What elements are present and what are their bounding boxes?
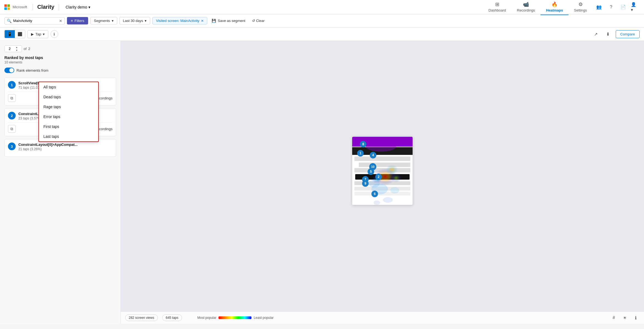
save-icon: 💾 — [212, 19, 216, 23]
dropdown-error-taps[interactable]: Error taps — [39, 112, 98, 122]
tab-heatmaps[interactable]: 🔥 Heatmaps — [541, 0, 569, 15]
search-input[interactable] — [13, 19, 57, 23]
page-number-input[interactable] — [5, 46, 15, 52]
toolbar: 📱 ⬛ ▶ Tap ▾ ℹ ↗ ⬇ Compare — [0, 27, 644, 41]
hm-badge-1: 1 — [357, 150, 364, 157]
compare-button[interactable]: Compare — [616, 30, 640, 38]
play-icon: ▶ — [31, 32, 34, 36]
info-icon-btn[interactable]: ℹ — [632, 314, 640, 322]
main-layout: ▲ ▼ of 2 Ranked by most taps 10 elements… — [0, 41, 644, 324]
right-panel: 8 1 4 10 5 2 7 9 6 282 screen views 645 … — [121, 41, 644, 324]
segments-chevron-icon: ▾ — [112, 19, 114, 23]
hm-badge-4: 4 — [370, 152, 376, 158]
tablet-view-button[interactable]: ⬛ — [15, 30, 25, 38]
copy-button-1[interactable]: ⧉ — [8, 94, 16, 102]
hm-badge-2: 2 — [375, 174, 382, 180]
page-input-box: ▲ ▼ — [4, 45, 22, 52]
download-button[interactable]: ⬇ — [604, 30, 612, 38]
app-brand: Clarity — [37, 4, 54, 10]
nav-right: 👥 ? 📄 👤 ▾ — [595, 3, 640, 12]
dashboard-icon: ⊞ — [495, 1, 499, 7]
heatmap-area: 8 1 4 10 5 2 7 9 6 — [121, 41, 644, 311]
account-icon-btn[interactable]: 👤 ▾ — [631, 3, 640, 12]
search-box: 🔍 ✕ — [4, 17, 65, 24]
docs-icon-btn[interactable]: 📄 — [619, 3, 628, 12]
dropdown-all-taps[interactable]: All taps — [39, 82, 98, 92]
filter-bar: 🔍 ✕ ≡ Filters Segments ▾ Last 30 days ▾ … — [0, 14, 644, 27]
hm-badge-9: 9 — [362, 180, 369, 187]
project-name: Clarity demo — [66, 5, 87, 9]
tap-dropdown-menu: All taps Dead taps Rage taps Error taps … — [38, 82, 99, 142]
page-selector: ▲ ▼ of 2 — [4, 45, 116, 52]
dashboard-label: Dashboard — [489, 8, 506, 12]
tap-type-button[interactable]: ▶ Tap ▾ — [27, 30, 48, 38]
users-icon-btn[interactable]: 👥 — [595, 3, 603, 12]
heatmaps-icon: 🔥 — [551, 1, 558, 7]
rank-badge-1: 1 — [8, 81, 16, 89]
legend-gradient-bar — [219, 316, 251, 319]
hm-badge-5: 5 — [368, 168, 374, 175]
mobile-view-button[interactable]: 📱 — [5, 30, 15, 38]
tab-dashboard[interactable]: ⊞ Dashboard — [483, 0, 512, 15]
grid-icon-btn[interactable]: # — [610, 314, 618, 322]
recordings-icon: 📹 — [523, 1, 529, 7]
element-info-3: ConstraintLayout[0]>AppCompat... 21 taps… — [18, 143, 113, 151]
element-header-3: 3 ConstraintLayout[0]>AppCompat... 21 ta… — [8, 143, 113, 151]
legend-most-label: Most popular — [197, 316, 216, 320]
element-name-3: ConstraintLayout[0]>AppCompat... — [18, 143, 113, 147]
legend-least-label: Least popular — [254, 316, 274, 320]
nav-divider2 — [59, 4, 59, 10]
visited-tag-close-icon[interactable]: ✕ — [201, 19, 204, 23]
nav-tabs: ⊞ Dashboard 📹 Recordings 🔥 Heatmaps ⚙ Se… — [483, 0, 593, 15]
page-arrows: ▲ ▼ — [15, 46, 19, 52]
rank-toggle-switch[interactable] — [4, 68, 14, 73]
tap-chevron-icon: ▾ — [43, 32, 45, 36]
heatmap-legend: Most popular Least popular — [197, 316, 274, 320]
screen-views-stat: 282 screen views — [125, 314, 158, 321]
page-down-arrow[interactable]: ▼ — [15, 49, 19, 52]
search-clear-icon[interactable]: ✕ — [59, 19, 62, 23]
dropdown-first-taps[interactable]: First taps — [39, 122, 98, 132]
view-toggle: 📱 ⬛ — [4, 30, 25, 38]
visited-screen-tag: Visited screen: MainActivity ✕ — [152, 17, 207, 24]
project-chevron-icon: ▾ — [88, 5, 90, 9]
tab-recordings[interactable]: 📹 Recordings — [511, 0, 541, 15]
elements-count: 10 elements — [4, 60, 116, 64]
total-pages: 2 — [28, 47, 30, 51]
filters-button[interactable]: ≡ Filters — [67, 17, 88, 24]
hm-badge-6: 6 — [371, 191, 378, 197]
settings-label: Settings — [574, 8, 587, 12]
save-segment-button[interactable]: 💾 Save as segment — [209, 17, 247, 24]
project-selector[interactable]: Clarity demo ▾ — [63, 4, 93, 10]
copy-button-2[interactable]: ⧉ — [8, 125, 16, 133]
rank-toggle: Rank elements from — [4, 68, 116, 73]
tab-settings[interactable]: ⚙ Settings — [569, 0, 592, 15]
top-nav: Microsoft Clarity Clarity demo ▾ ⊞ Dashb… — [0, 0, 644, 14]
info-button[interactable]: ℹ — [51, 30, 58, 38]
settings-icon: ⚙ — [578, 1, 583, 7]
date-range-button[interactable]: Last 30 days ▾ — [119, 17, 150, 24]
ms-text: Microsoft — [13, 5, 27, 9]
rank-toggle-label: Rank elements from — [16, 68, 48, 73]
left-panel: ▲ ▼ of 2 Ranked by most taps 10 elements… — [0, 41, 121, 324]
rank-badge-2: 2 — [8, 112, 16, 119]
microsoft-logo: Microsoft — [4, 4, 27, 10]
filter-lines-icon: ≡ — [71, 19, 73, 23]
dropdown-dead-taps[interactable]: Dead taps — [39, 92, 98, 102]
of-text: of — [24, 47, 27, 51]
heatmap-bottom-bar: 282 screen views 645 taps Most popular L… — [121, 311, 644, 324]
hm-badge-8: 8 — [360, 141, 366, 147]
dropdown-rage-taps[interactable]: Rage taps — [39, 102, 98, 112]
date-chevron-icon: ▾ — [145, 19, 147, 23]
page-up-arrow[interactable]: ▲ — [15, 46, 19, 49]
heatmap-bottom-icons: # ☀ ℹ — [610, 314, 640, 322]
recordings-label: Recordings — [517, 8, 535, 12]
segments-button[interactable]: Segments ▾ — [90, 17, 117, 24]
brightness-icon-btn[interactable]: ☀ — [621, 314, 629, 322]
share-button[interactable]: ↗ — [592, 30, 600, 38]
clear-filter-button[interactable]: ↺ Clear — [250, 17, 267, 24]
phone-container: 8 1 4 10 5 2 7 9 6 — [352, 137, 413, 205]
reset-icon: ↺ — [252, 19, 255, 23]
help-icon-btn[interactable]: ? — [607, 3, 615, 12]
dropdown-last-taps[interactable]: Last taps — [39, 132, 98, 141]
